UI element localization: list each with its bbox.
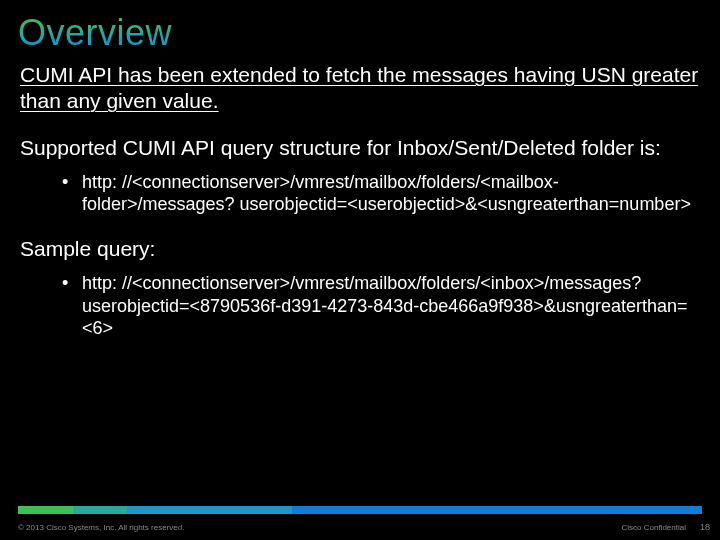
footer-copyright: © 2013 Cisco Systems, Inc. All rights re… bbox=[18, 523, 184, 532]
query-template-item: http: //<connectionserver>/vmrest/mailbo… bbox=[62, 171, 700, 216]
slide-title: Overview bbox=[0, 0, 720, 56]
sample-query-list: http: //<connectionserver>/vmrest/mailbo… bbox=[20, 272, 700, 340]
intro-paragraph: CUMI API has been extended to fetch the … bbox=[20, 62, 700, 115]
footer-page-number: 18 bbox=[700, 522, 710, 532]
sample-query-item: http: //<connectionserver>/vmrest/mailbo… bbox=[62, 272, 700, 340]
sample-label: Sample query: bbox=[20, 236, 700, 262]
footer-accent-bar bbox=[18, 506, 702, 514]
footer-confidential: Cisco Confidential bbox=[622, 523, 686, 532]
supported-label: Supported CUMI API query structure for I… bbox=[20, 135, 700, 161]
query-template-list: http: //<connectionserver>/vmrest/mailbo… bbox=[20, 171, 700, 216]
slide-body: CUMI API has been extended to fetch the … bbox=[0, 62, 720, 340]
slide: Overview CUMI API has been extended to f… bbox=[0, 0, 720, 540]
